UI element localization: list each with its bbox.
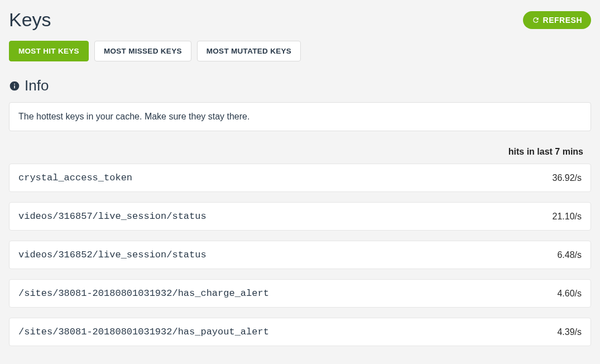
tab-label: MOST MISSED KEYS (104, 47, 182, 55)
tab-label: MOST MUTATED KEYS (207, 47, 291, 55)
table-row: /sites/38081-20180801031932/has_charge_a… (9, 279, 591, 308)
tab-most-hit-keys[interactable]: MOST HIT KEYS (9, 41, 89, 61)
key-name: crystal_access_token (18, 173, 132, 183)
header-row: Keys REFRESH (9, 9, 591, 31)
tab-most-mutated-keys[interactable]: MOST MUTATED KEYS (197, 41, 301, 61)
info-body-text: The hottest keys in your cache. Make sur… (18, 112, 249, 121)
key-rate: 36.92/s (553, 173, 582, 183)
list-header: hits in last 7 mins (9, 143, 591, 164)
table-row: /sites/38081-20180801031932/has_payout_a… (9, 318, 591, 346)
info-heading: Info (9, 77, 591, 94)
page-title: Keys (9, 9, 51, 31)
key-rate: 21.10/s (553, 212, 582, 222)
key-name: /sites/38081-20180801031932/has_payout_a… (18, 327, 269, 337)
refresh-button[interactable]: REFRESH (523, 11, 591, 29)
info-box: The hottest keys in your cache. Make sur… (9, 102, 591, 131)
info-heading-label: Info (25, 77, 49, 94)
tabs-row: MOST HIT KEYS MOST MISSED KEYS MOST MUTA… (9, 41, 591, 61)
key-rate: 6.48/s (557, 250, 582, 260)
key-rate: 4.60/s (557, 289, 582, 299)
key-name: /sites/38081-20180801031932/has_charge_a… (18, 288, 269, 299)
info-icon (9, 80, 20, 92)
table-row: videos/316852/live_session/status 6.48/s (9, 241, 591, 269)
key-name: videos/316852/live_session/status (18, 250, 207, 260)
tab-label: MOST HIT KEYS (18, 47, 79, 55)
tab-most-missed-keys[interactable]: MOST MISSED KEYS (94, 41, 191, 61)
refresh-label: REFRESH (543, 16, 582, 25)
table-row: videos/316857/live_session/status 21.10/… (9, 202, 591, 231)
refresh-icon (532, 16, 540, 24)
key-name: videos/316857/live_session/status (18, 211, 207, 222)
key-rate: 4.39/s (557, 327, 582, 337)
table-row: crystal_access_token 36.92/s (9, 164, 591, 192)
